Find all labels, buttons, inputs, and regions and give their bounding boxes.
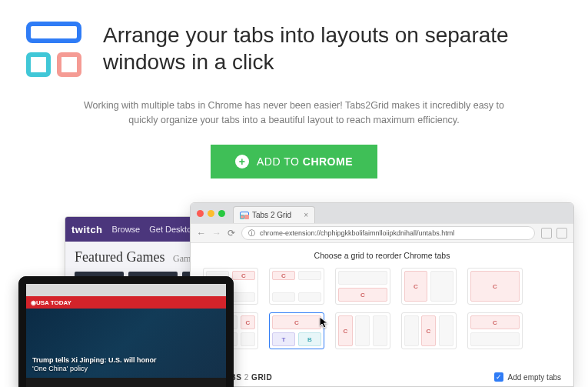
reload-icon[interactable]: ⟳ — [228, 228, 235, 239]
back-icon[interactable]: ← — [197, 228, 206, 239]
close-tab-icon[interactable]: × — [304, 211, 308, 219]
grid-picker-title: Choose a grid to reorder Chrome tabs — [203, 251, 561, 260]
checkbox-checked-icon: ✓ — [494, 372, 503, 382]
tab-favicon — [240, 212, 247, 219]
layout-option-selected[interactable]: C T B — [269, 312, 324, 349]
cta-label: ADD TO CHROME — [257, 155, 353, 168]
layout-option[interactable]: C — [335, 268, 390, 305]
main-window-tabs2grid: Tabs 2 Grid × ← → ⟳ ⓘ chrome-extension:/… — [190, 202, 574, 387]
address-bar[interactable]: ⓘ chrome-extension://chphipgkkbolifaimnl… — [241, 226, 535, 240]
add-empty-tabs-checkbox[interactable]: ✓ Add empty tabs — [494, 372, 561, 382]
layout-option[interactable]: C — [467, 312, 523, 349]
cursor-icon — [320, 317, 329, 329]
layout-option[interactable]: C — [335, 312, 390, 349]
twitch-section-title: Featured Games — [75, 249, 164, 265]
layout-option[interactable]: C — [401, 312, 457, 349]
extension-icon[interactable] — [556, 228, 567, 239]
tab-title: Tabs 2 Grid — [252, 211, 291, 219]
news-headline: Trump tells Xi Jinping: U.S. will honor … — [32, 356, 220, 373]
page-headline: Arrange your tabs into layouts on separa… — [103, 22, 562, 75]
laptop-mockup: ◉ USA TODAY Trump tells Xi Jinping: U.S.… — [18, 276, 234, 387]
layout-option[interactable]: C — [401, 268, 457, 305]
extension-icon[interactable] — [541, 228, 552, 239]
layout-option[interactable]: C — [467, 268, 523, 305]
plus-icon: + — [235, 155, 249, 168]
news-brand: USA TODAY — [36, 299, 71, 306]
app-logo — [26, 22, 81, 77]
screenshot-stage: twitch Browse Get Desktop Try Prime ••• … — [0, 202, 588, 387]
info-icon: ⓘ — [248, 229, 255, 239]
twitch-logo: twitch — [71, 224, 103, 235]
window-traffic-lights — [197, 210, 225, 217]
address-text: chrome-extension://chphipgkkbolifaimnllo… — [260, 229, 454, 237]
page-subtext: Working with multiple tabs in Chrome has… — [0, 77, 588, 128]
checkbox-label: Add empty tabs — [508, 373, 561, 382]
browser-tab[interactable]: Tabs 2 Grid × — [233, 206, 315, 223]
forward-icon[interactable]: → — [212, 228, 221, 239]
layout-option[interactable]: C — [269, 268, 324, 305]
add-to-chrome-button[interactable]: + ADD TO CHROME — [211, 145, 377, 178]
twitch-nav-item: Browse — [112, 225, 141, 234]
layout-grid: C C C C — [203, 268, 561, 349]
